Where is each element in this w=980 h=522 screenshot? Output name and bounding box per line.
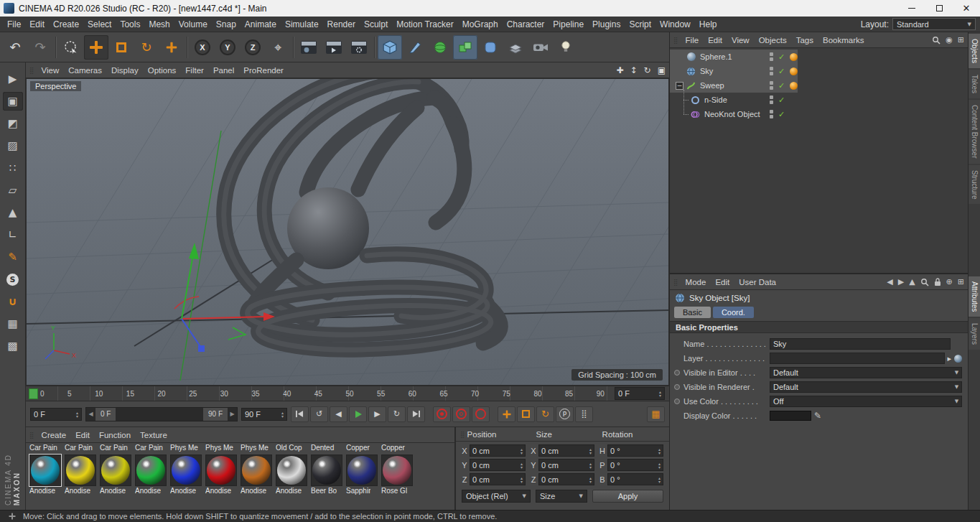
coordinate-system-button[interactable]: ⌖ bbox=[266, 35, 290, 60]
texture-mode-button[interactable]: ◩ bbox=[3, 114, 23, 133]
om-menu-tags[interactable]: Tags bbox=[792, 34, 818, 46]
keyframe-dot-icon[interactable] bbox=[674, 399, 680, 404]
name-field[interactable]: Sky bbox=[770, 338, 951, 350]
visibility-toggles[interactable] bbox=[770, 110, 773, 118]
timeline-ruler[interactable]: 051015202530354045505560657075808590 0 F… bbox=[26, 386, 669, 401]
menu-help[interactable]: Help bbox=[695, 18, 722, 31]
model-mode-button[interactable]: ▣ bbox=[3, 92, 23, 111]
material-thumbnail[interactable] bbox=[65, 455, 96, 486]
object-row-sphere[interactable]: Sphere.1 ✓ bbox=[670, 50, 968, 64]
visibility-toggles[interactable] bbox=[770, 95, 773, 104]
visible-editor-select[interactable]: Default▼ bbox=[770, 367, 962, 378]
key-pla-button[interactable]: ⣿ bbox=[575, 406, 593, 422]
material-thumbnail[interactable] bbox=[100, 455, 131, 486]
layer-picker-icon[interactable]: ▸ bbox=[948, 354, 952, 363]
play-button[interactable] bbox=[349, 406, 367, 422]
material-thumbnail[interactable] bbox=[170, 455, 202, 486]
menu-character[interactable]: Character bbox=[503, 18, 549, 31]
range-end-handle[interactable]: 90 F bbox=[203, 408, 228, 421]
lock-x-axis-button[interactable]: X bbox=[190, 35, 215, 60]
render-view-button[interactable] bbox=[297, 35, 321, 60]
goto-start-button[interactable] bbox=[291, 406, 309, 422]
new-panel-icon[interactable]: ⊞ bbox=[958, 277, 964, 286]
menu-volume[interactable]: Volume bbox=[174, 18, 212, 31]
am-menu-mode[interactable]: Mode bbox=[681, 276, 711, 288]
z-axis-handle[interactable] bbox=[198, 345, 205, 352]
history-forward-icon[interactable]: ▶ bbox=[898, 277, 904, 286]
texture-tag-icon[interactable] bbox=[790, 53, 798, 61]
edges-mode-button[interactable]: ▱ bbox=[3, 181, 23, 200]
render-picture-viewer-button[interactable] bbox=[322, 35, 346, 60]
material-item[interactable]: DentedBeer Bo bbox=[309, 444, 345, 510]
menu-animate[interactable]: Animate bbox=[241, 18, 281, 31]
menu-pipeline[interactable]: Pipeline bbox=[549, 18, 588, 31]
vp-menu-cameras[interactable]: Cameras bbox=[64, 65, 106, 76]
range-start-handle[interactable]: 0 F bbox=[95, 408, 116, 421]
panel-menu-icon[interactable]: ⊞ bbox=[958, 35, 964, 45]
tab-content-browser[interactable]: Content Browser bbox=[969, 100, 980, 163]
live-selection-tool[interactable] bbox=[59, 35, 83, 60]
lock-z-axis-button[interactable]: Z bbox=[241, 35, 265, 60]
visibility-toggles[interactable] bbox=[770, 67, 773, 75]
spinner-icon[interactable]: ▴▾ bbox=[657, 390, 661, 397]
enabled-check-icon[interactable]: ✓ bbox=[778, 52, 785, 62]
zoom-view-icon[interactable]: ↕ bbox=[630, 65, 638, 75]
texture-tag-icon[interactable] bbox=[790, 82, 798, 90]
material-item[interactable]: CopperRose Gl bbox=[380, 444, 415, 510]
texture-tag-icon[interactable] bbox=[790, 67, 798, 75]
add-spline-button[interactable] bbox=[403, 35, 427, 60]
display-color-swatch[interactable] bbox=[770, 411, 811, 421]
vp-menu-filter[interactable]: Filter bbox=[181, 65, 208, 76]
enable-axis-button[interactable]: ∟ bbox=[3, 225, 23, 244]
history-back-icon[interactable]: ◀ bbox=[887, 277, 892, 286]
om-menu-view[interactable]: View bbox=[727, 34, 754, 46]
add-volume-button[interactable] bbox=[478, 35, 503, 60]
material-thumbnail[interactable] bbox=[311, 455, 342, 486]
collapse-icon[interactable]: − bbox=[676, 82, 683, 90]
key-parameter-button[interactable]: P bbox=[556, 406, 574, 422]
material-item[interactable]: Old CopAnodise bbox=[274, 444, 309, 510]
rotation-b-field[interactable]: 0 °▴▾ bbox=[607, 473, 663, 485]
viewport-canvas[interactable]: Y X bbox=[27, 79, 668, 385]
object-row-sky[interactable]: Sky ✓ bbox=[670, 64, 968, 78]
layer-field[interactable] bbox=[770, 353, 945, 364]
menu-snap[interactable]: Snap bbox=[212, 18, 241, 31]
material-thumbnail[interactable] bbox=[135, 455, 167, 486]
spinner-icon[interactable]: ▴▾ bbox=[74, 411, 78, 418]
vp-menu-options[interactable]: Options bbox=[144, 65, 181, 76]
material-thumbnail[interactable] bbox=[276, 455, 307, 486]
om-menu-file[interactable]: File bbox=[681, 34, 704, 46]
add-array-button[interactable] bbox=[503, 35, 528, 60]
material-item[interactable]: Car PainAnodise bbox=[63, 444, 98, 510]
points-mode-button[interactable]: ∷ bbox=[3, 159, 23, 177]
make-editable-button[interactable]: ▶ bbox=[3, 70, 23, 88]
menu-edit[interactable]: Edit bbox=[25, 18, 49, 31]
scale-tool[interactable] bbox=[109, 35, 134, 60]
lock-workplane-button[interactable]: ▩ bbox=[3, 337, 23, 355]
keyframe-dot-icon[interactable] bbox=[674, 370, 680, 376]
am-menu-userdata[interactable]: User Data bbox=[734, 276, 780, 288]
goto-end-button[interactable] bbox=[407, 406, 425, 422]
lock-icon[interactable] bbox=[934, 278, 941, 286]
material-thumbnail[interactable] bbox=[346, 455, 378, 486]
material-item[interactable]: Car PainAnodise bbox=[134, 444, 169, 510]
vp-menu-display[interactable]: Display bbox=[107, 65, 143, 76]
rotation-p-field[interactable]: 0 °▴▾ bbox=[607, 459, 663, 471]
previous-frame-button[interactable]: ◀ bbox=[330, 406, 347, 422]
tab-attributes[interactable]: Attributes bbox=[969, 276, 980, 317]
autokey-frame-button[interactable]: ▦ bbox=[647, 406, 665, 422]
tab-structure[interactable]: Structure bbox=[969, 165, 980, 205]
use-color-select[interactable]: Off▼ bbox=[770, 396, 962, 407]
material-item[interactable]: Car PainAnodise bbox=[98, 444, 134, 510]
viewport-3d[interactable]: Y X Perspective Grid Spacing : 100 cm bbox=[26, 78, 669, 386]
size-x-field[interactable]: 0 cm▴▾ bbox=[538, 444, 594, 457]
menu-plugins[interactable]: Plugins bbox=[588, 18, 625, 31]
menu-mesh[interactable]: Mesh bbox=[144, 18, 174, 31]
enabled-check-icon[interactable]: ✓ bbox=[778, 110, 785, 119]
filter-icon[interactable]: ◉ bbox=[946, 35, 953, 45]
render-settings-button[interactable] bbox=[347, 35, 371, 60]
key-scale-button[interactable] bbox=[517, 406, 535, 422]
keyframe-dot-icon[interactable] bbox=[674, 384, 680, 390]
workplane-grid-button[interactable]: ▦ bbox=[3, 314, 23, 333]
material-item[interactable]: Phys MeAnodise bbox=[204, 444, 239, 510]
